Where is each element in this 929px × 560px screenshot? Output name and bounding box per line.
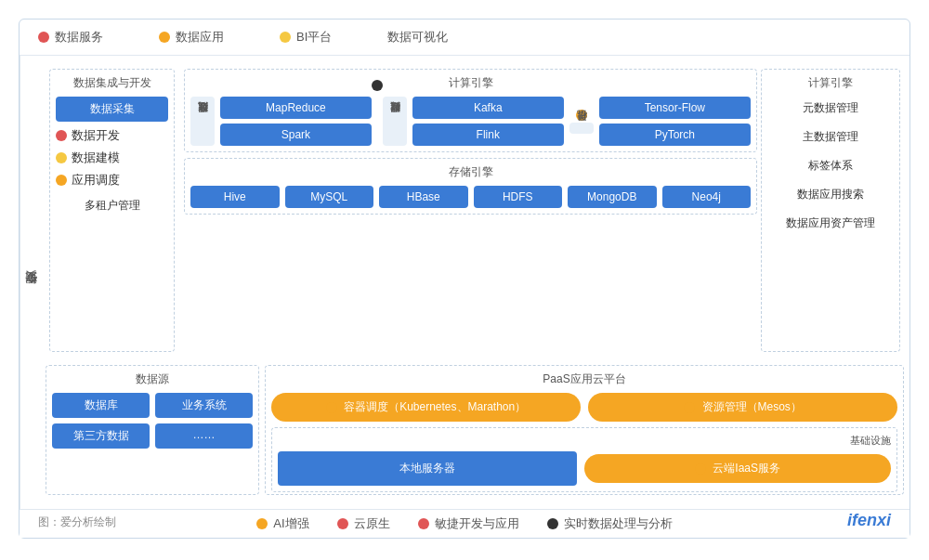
right-item-tag: 标签体系	[767, 154, 894, 177]
dot-yellow	[280, 32, 291, 43]
legend-label-data-app: 数据应用	[176, 29, 224, 46]
legend-row: 数据服务 数据应用 BI平台 数据可视化	[20, 20, 909, 56]
btn-mysql[interactable]: MySQL	[285, 186, 374, 208]
btn-cloud-iaas[interactable]: 云端IaaS服务	[584, 454, 891, 483]
label-schedule: 应用调度	[72, 172, 120, 189]
datasource-title: 数据源	[52, 371, 253, 387]
ml-group: 机器学习 Tensor-Flow PyTorch	[569, 97, 751, 146]
caption: 图：爱分析绘制	[38, 514, 116, 530]
dot-dev	[56, 130, 67, 141]
compute-section: 计算引擎 离线数据处理 MapReduce Spark	[184, 69, 757, 152]
btn-flink[interactable]: Flink	[412, 124, 564, 146]
dot-schedule	[56, 175, 67, 186]
label-cloud-native: 云原生	[354, 515, 390, 532]
dot-model	[56, 152, 67, 163]
datasource-grid: 数据库 业务系统 第三方数据 ……	[52, 393, 253, 449]
compute-title: 计算引擎	[190, 75, 751, 91]
top-row: 数据集成与开发 数据采集 数据开发 数据建模 应用	[46, 61, 904, 359]
datasource-panel: 数据源 数据库 业务系统 第三方数据 ……	[46, 365, 259, 495]
left-panel-title: 数据集成与开发	[56, 75, 168, 91]
dot-cloud	[695, 463, 706, 475]
dot-orange	[159, 32, 170, 43]
bottom-row: 数据源 数据库 业务系统 第三方数据 …… PaaS应用云平台 容器调度（Ku	[46, 365, 904, 495]
right-panel: 计算引擎 元数据管理 主数据管理 标签体系 数据应用搜索 数据应用资产管理	[761, 69, 900, 352]
footer-legend-cloud-native: 云原生	[337, 515, 390, 532]
left-items: 数据采集 数据开发 数据建模 应用调度 多租户	[56, 97, 168, 217]
btn-more[interactable]: ……	[155, 423, 253, 449]
btn-local-server[interactable]: 本地服务器	[278, 451, 577, 486]
right-panel-title: 计算引擎	[767, 75, 894, 91]
right-items: 元数据管理 主数据管理 标签体系 数据应用搜索 数据应用资产管理	[767, 97, 894, 235]
paas-bottom-inner: 本地服务器 云端IaaS服务	[278, 451, 891, 486]
legend-item-bi: BI平台	[280, 29, 332, 46]
content-area: 数据安全 数据集成与开发 数据采集 数据开发 数据	[20, 56, 909, 532]
storage-title: 存储引擎	[190, 164, 751, 180]
btn-hive[interactable]: Hive	[190, 186, 280, 208]
btn-kafka[interactable]: Kafka	[412, 97, 564, 119]
btn-mongodb[interactable]: MongoDB	[568, 186, 657, 208]
compute-inner: 离线数据处理 MapReduce Spark 实时数据处理	[190, 97, 751, 146]
paas-panel: PaaS应用云平台 容器调度（Kubernetes、Marathon） 资源管理…	[265, 365, 904, 495]
realtime-label: 实时数据处理	[383, 97, 407, 146]
legend-label-data-service: 数据服务	[55, 29, 103, 46]
label-agile: 敏捷开发与应用	[435, 515, 519, 532]
btn-container[interactable]: 容器调度（Kubernetes、Marathon）	[271, 393, 581, 422]
footer-legend-ai: AI增强	[256, 515, 308, 532]
btn-data-collection[interactable]: 数据采集	[56, 97, 168, 122]
dot-container	[326, 402, 337, 413]
storage-section: 存储引擎 Hive MySQL HBase HDFS MongoDB Neo4j	[184, 158, 757, 215]
label-dev: 数据开发	[72, 127, 120, 144]
btn-database[interactable]: 数据库	[52, 393, 150, 418]
btn-neo4j[interactable]: Neo4j	[662, 186, 752, 208]
paas-title: PaaS应用云平台	[271, 371, 897, 387]
label-tenant: 多租户管理	[56, 194, 168, 217]
label-model: 数据建模	[72, 150, 120, 166]
btn-spark[interactable]: Spark	[220, 124, 372, 146]
legend-item-visualization: 数据可视化	[387, 29, 448, 46]
dot-resource	[684, 402, 695, 413]
legend-item-data-service: 数据服务	[38, 29, 103, 46]
offline-group: MapReduce Spark	[220, 97, 372, 146]
right-item-search: 数据应用搜索	[767, 183, 894, 206]
realtime-group: Kafka Flink	[412, 97, 564, 146]
btn-biz-system[interactable]: 业务系统	[155, 393, 253, 418]
storage-items: Hive MySQL HBase HDFS MongoDB Neo4j	[190, 186, 751, 208]
dot-cloud-native	[337, 518, 348, 529]
label-realtime: 实时数据处理与分析	[564, 515, 673, 532]
btn-pytorch[interactable]: PyTorch	[599, 124, 751, 146]
label-container: 容器调度（Kubernetes、Marathon）	[344, 400, 526, 413]
btn-hdfs[interactable]: HDFS	[474, 186, 563, 208]
left-item-model: 数据建模	[56, 150, 168, 166]
brand: ifenxi	[847, 511, 891, 530]
dot-agile	[418, 518, 429, 529]
dot-realtime-footer	[547, 518, 558, 529]
btn-hbase[interactable]: HBase	[379, 186, 468, 208]
dot-ml	[576, 110, 587, 121]
infra-label: 基础设施	[278, 434, 891, 448]
ml-btns: Tensor-Flow PyTorch	[599, 97, 751, 146]
right-item-master: 主数据管理	[767, 125, 894, 149]
middle-panel: 计算引擎 离线数据处理 MapReduce Spark	[184, 69, 757, 352]
left-item-schedule: 应用调度	[56, 172, 168, 189]
label-resource: 资源管理（Mesos）	[702, 400, 802, 413]
ml-label: 机器学习	[569, 123, 594, 134]
dot-red	[38, 32, 49, 43]
legend-item-data-app: 数据应用	[159, 29, 224, 46]
btn-tensorflow[interactable]: Tensor-Flow	[599, 97, 751, 119]
paas-infra: 基础设施 本地服务器 云端IaaS服务	[271, 427, 897, 492]
paas-top: 容器调度（Kubernetes、Marathon） 资源管理（Mesos）	[271, 393, 897, 422]
btn-resource[interactable]: 资源管理（Mesos）	[588, 393, 897, 422]
footer-legend-realtime: 实时数据处理与分析	[547, 515, 673, 532]
vertical-security-label: 数据安全	[20, 56, 42, 532]
right-item-metadata: 元数据管理	[767, 97, 894, 120]
btn-third-party[interactable]: 第三方数据	[52, 423, 150, 449]
legend-label-bi: BI平台	[296, 29, 332, 46]
legend-label-visualization: 数据可视化	[387, 29, 448, 46]
dot-ai	[256, 518, 268, 529]
offline-label: 离线数据处理	[190, 97, 215, 146]
label-ai: AI增强	[273, 515, 308, 532]
btn-mapreduce[interactable]: MapReduce	[220, 97, 372, 119]
right-item-asset: 数据应用资产管理	[767, 212, 894, 235]
dot-realtime	[372, 80, 383, 91]
left-panel-integration: 数据集成与开发 数据采集 数据开发 数据建模 应用	[49, 69, 175, 352]
